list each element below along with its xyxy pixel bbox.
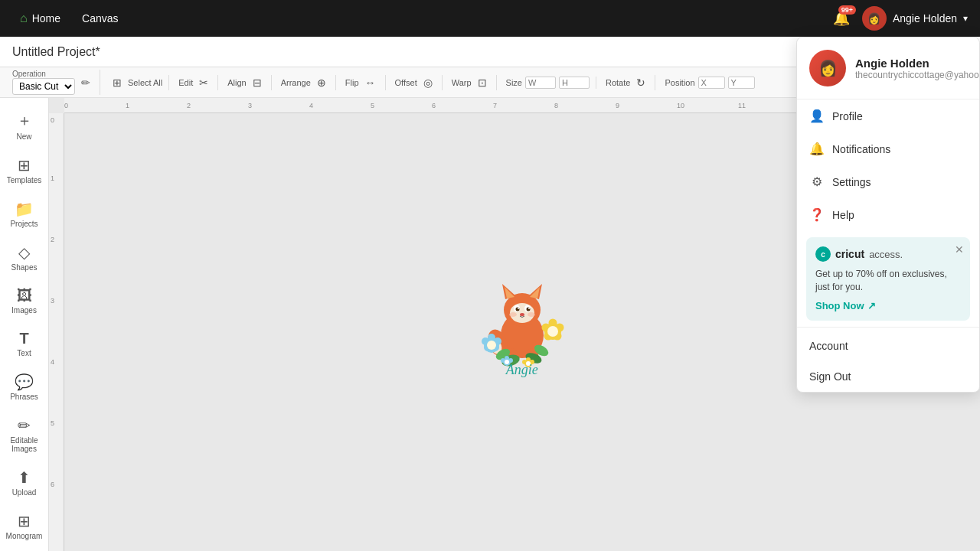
size-label: Size <box>506 78 522 87</box>
text-label: Text <box>17 349 31 357</box>
upload-label: Upload <box>12 488 37 497</box>
canvas-button[interactable]: Canvas <box>74 8 126 29</box>
svg-point-28 <box>548 318 557 327</box>
notifications-dropdown-icon: 🔔 <box>809 142 825 156</box>
shapes-label: Shapes <box>11 263 38 272</box>
avatar-initial: 👩 <box>867 12 880 24</box>
dropdown-user-email: thecountrychiccottage@yahoo.com <box>855 70 980 80</box>
notification-badge: 99+ <box>838 5 856 15</box>
dropdown-item-help[interactable]: ❓ Help <box>797 198 979 231</box>
cricut-logo-icon: c <box>815 246 831 262</box>
dropdown-item-account[interactable]: Account <box>797 331 979 361</box>
flip-label: Flip <box>345 78 359 87</box>
editable-images-label: Editable Images <box>3 436 45 453</box>
home-icon: ⌂ <box>20 11 28 25</box>
help-label: Help <box>832 209 854 221</box>
settings-icon: ⚙ <box>809 174 825 189</box>
help-icon: ❓ <box>809 207 825 222</box>
phrases-label: Phrases <box>10 393 38 401</box>
projects-label: Projects <box>10 220 38 228</box>
angie-text: Angie <box>506 362 538 378</box>
rotate-label: Rotate <box>606 78 630 87</box>
user-menu-button[interactable]: 👩 Angie Holden ▾ <box>862 6 968 31</box>
flip-button[interactable]: ↔ <box>362 75 379 90</box>
user-avatar: 👩 <box>862 6 887 31</box>
user-name: Angie Holden <box>893 12 957 24</box>
svg-point-26 <box>487 341 496 350</box>
sidebar-item-templates[interactable]: ⊞ Templates <box>0 150 48 191</box>
sidebar-item-images[interactable]: 🖼 Images <box>0 281 48 321</box>
warp-group: Warp ⊡ <box>446 75 497 90</box>
rotate-button[interactable]: ↻ <box>633 75 648 90</box>
monogram-label: Monogram <box>6 532 43 540</box>
dropdown-user-info: Angie Holden thecountrychiccottage@yahoo… <box>855 57 980 80</box>
project-title: Untitled Project* <box>12 45 100 59</box>
select-all-label: Select All <box>128 78 162 87</box>
dropdown-item-settings[interactable]: ⚙ Settings <box>797 165 979 198</box>
top-navigation: ⌂ Home Canvas 🔔 99+ 👩 Angie Holden ▾ <box>0 0 980 37</box>
select-all-button[interactable]: ⊞ <box>109 75 125 90</box>
offset-group: Offset ◎ <box>389 75 443 90</box>
notifications-button[interactable]: 🔔 99+ <box>830 7 853 30</box>
settings-label: Settings <box>832 176 871 188</box>
svg-point-9 <box>515 307 519 311</box>
x-input[interactable] <box>698 77 725 89</box>
cricut-shop-link[interactable]: Shop Now ↗ <box>815 300 961 311</box>
arrange-label: Arrange <box>281 78 311 87</box>
dropdown-item-notifications[interactable]: 🔔 Notifications <box>797 132 979 165</box>
sidebar-item-upload[interactable]: ⬆ Upload <box>0 462 48 503</box>
position-group: Position <box>658 77 760 89</box>
fox-illustration[interactable]: Angie <box>461 255 583 393</box>
align-button[interactable]: ⊟ <box>250 75 265 90</box>
sidebar-item-editable-images[interactable]: ✏ Editable Images <box>0 410 48 459</box>
dropdown-avatar: 👩 <box>809 50 846 86</box>
sidebar-item-monogram[interactable]: ⊞ Monogram <box>0 506 48 546</box>
edit-button[interactable]: ✂ <box>196 75 211 90</box>
sidebar-item-shapes[interactable]: ◇ Shapes <box>0 237 48 278</box>
ruler-vertical: 0 1 2 3 4 5 6 <box>49 113 64 551</box>
arrange-button[interactable]: ⊕ <box>314 75 329 90</box>
warp-label: Warp <box>452 78 472 87</box>
text-icon: T <box>19 330 28 347</box>
notifications-label: Notifications <box>832 143 890 155</box>
nav-left: ⌂ Home Canvas <box>12 7 126 30</box>
account-label: Account <box>809 340 848 352</box>
svg-point-10 <box>526 307 530 311</box>
align-label: Align <box>227 78 246 87</box>
pen-tool-button[interactable]: ✏ <box>78 75 93 90</box>
profile-icon: 👤 <box>809 109 825 123</box>
cricut-access-banner: ✕ c cricut access. Get up to 70% off on … <box>806 237 970 321</box>
user-dropdown-menu: 👩 Angie Holden thecountrychiccottage@yah… <box>796 37 980 393</box>
shop-now-arrow: ↗ <box>867 300 876 311</box>
phrases-icon: 💬 <box>15 373 34 391</box>
dropdown-item-profile[interactable]: 👤 Profile <box>797 99 979 132</box>
svg-point-12 <box>528 308 530 309</box>
svg-point-13 <box>520 313 524 316</box>
y-input[interactable] <box>728 77 755 89</box>
projects-icon: 📁 <box>15 200 34 218</box>
operation-select[interactable]: Basic Cut <box>12 78 75 95</box>
home-button[interactable]: ⌂ Home <box>12 7 68 30</box>
cricut-banner-close-button[interactable]: ✕ <box>955 243 964 256</box>
cricut-logo-text: cricut <box>835 248 864 260</box>
sign-out-label: Sign Out <box>809 370 851 383</box>
monogram-icon: ⊞ <box>18 512 31 530</box>
sidebar-item-new[interactable]: ＋ New <box>0 104 48 147</box>
new-label: New <box>16 132 31 141</box>
dropdown-item-sign-out[interactable]: Sign Out <box>797 361 979 392</box>
templates-icon: ⊞ <box>18 156 31 174</box>
width-input[interactable] <box>525 77 556 89</box>
sidebar-item-projects[interactable]: 📁 Projects <box>0 194 48 234</box>
upload-icon: ⬆ <box>18 468 31 487</box>
dropdown-user-name: Angie Holden <box>855 57 980 70</box>
svg-point-15 <box>528 312 535 317</box>
dropdown-header: 👩 Angie Holden thecountrychiccottage@yah… <box>797 37 979 99</box>
warp-button[interactable]: ⊡ <box>475 75 490 90</box>
sidebar-item-phrases[interactable]: 💬 Phrases <box>0 367 48 407</box>
cricut-access-text: access. <box>869 249 903 260</box>
height-input[interactable] <box>559 77 590 89</box>
svg-point-11 <box>518 308 519 309</box>
profile-label: Profile <box>832 110 863 122</box>
offset-button[interactable]: ◎ <box>420 75 436 90</box>
sidebar-item-text[interactable]: T Text <box>0 324 48 364</box>
